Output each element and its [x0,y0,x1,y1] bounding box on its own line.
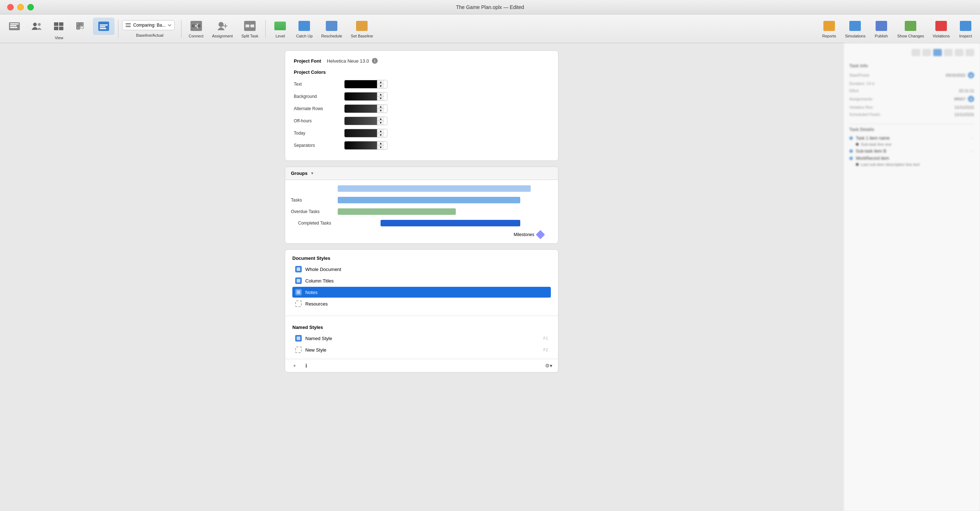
svg-rect-16 [80,26,81,27]
add-style-button[interactable]: + [291,362,298,369]
show-changes-button[interactable]: Show Changes [894,17,928,40]
reschedule-button[interactable]: Reschedule [318,17,346,40]
task-1-subitem-1: Sub-task line one [849,142,974,146]
column-titles-label: Column Titles [305,278,334,284]
minimize-button[interactable] [17,4,24,10]
inspector-row-duration: Duration: 14 d [849,81,974,86]
svg-rect-19 [80,28,81,29]
svg-rect-42 [297,290,300,294]
groups-label: Groups [291,171,307,176]
gantt-view-button[interactable] [3,17,25,35]
svg-rect-38 [251,24,254,27]
color-offhours-stepper[interactable]: ▲ ▼ [377,117,384,125]
close-button[interactable] [7,4,14,10]
baseline-actual-label: Baseline/Actual [136,33,164,37]
stepper-down[interactable]: ▼ [377,84,384,88]
color-text-row: Text ▲ ▼ [294,80,549,89]
stepper-up[interactable]: ▲ [377,80,384,84]
stepper-up-sep[interactable]: ▲ [377,141,384,145]
stepper-up-off[interactable]: ▲ [377,117,384,121]
chart-view-button[interactable] [93,17,115,35]
color-background-picker[interactable]: ▲ ▼ [344,92,387,101]
style-item-named-style[interactable]: Named Style F1 [292,333,551,344]
stepper-up-bg[interactable]: ▲ [377,92,384,97]
color-separators-stepper[interactable]: ▲ ▼ [377,141,384,149]
svg-rect-1 [10,24,19,24]
people-view-button[interactable] [26,17,48,35]
color-text-picker[interactable]: ▲ ▼ [344,80,387,89]
simulations-button[interactable]: Simulations [842,17,869,40]
set-baseline-button[interactable]: Set Baseline [347,17,377,40]
color-text-stepper[interactable]: ▲ ▼ [377,80,384,88]
color-background-stepper[interactable]: ▲ ▼ [377,92,384,100]
violations-button[interactable]: Violations [929,17,954,40]
connect-label: Connect [189,34,204,38]
reports-label: Reports [822,34,836,38]
set-baseline-icon [355,19,368,32]
color-separators-picker[interactable]: ▲ ▼ [344,141,387,150]
svg-point-33 [218,22,224,27]
violations-label: Violations [933,34,950,38]
stepper-down-off[interactable]: ▼ [377,121,384,125]
style-item-notes[interactable]: Notes [292,287,551,298]
style-info-button[interactable]: ℹ [302,362,310,369]
stepper-down-today[interactable]: ▼ [377,133,384,137]
project-font-label: Project Font [294,58,321,64]
inspector-ctrl-4 [944,49,953,56]
svg-rect-21 [83,28,84,29]
stepper-down-sep[interactable]: ▼ [377,145,384,149]
svg-rect-31 [192,24,195,27]
gear-menu-button[interactable]: ⚙▾ [545,363,552,368]
inspector-duration-label: Duration: 14 d [849,81,874,86]
inspector-panel: Task Info Start/Finish 03/15/2022 ● Dura… [843,43,980,511]
color-alternate-picker[interactable]: ▲ ▼ [344,104,387,113]
svg-rect-8 [54,27,58,30]
font-info-icon[interactable]: i [372,58,378,64]
inspect-button[interactable]: Inspect [955,17,977,40]
svg-rect-32 [198,24,200,27]
reports-icon [822,19,836,32]
catch-up-label: Catch Up [296,34,312,38]
grid-view-button[interactable] [48,17,70,35]
stepper-up-today[interactable]: ▲ [377,129,384,133]
svg-rect-18 [83,26,84,27]
assignment-button[interactable]: Assignment [208,17,236,40]
inspector-badge-2: ● [968,96,974,102]
split-task-button[interactable]: Split Task [238,17,262,40]
publish-button[interactable]: Publish [870,17,892,40]
stepper-down-bg[interactable]: ▼ [377,97,384,100]
connect-button[interactable]: Connect [185,17,207,40]
reports-button[interactable]: Reports [818,17,840,40]
style-item-new-style[interactable]: New Style F2 [292,344,551,355]
color-alternate-stepper[interactable]: ▲ ▼ [377,105,384,113]
color-today-picker[interactable]: ▲ ▼ [344,129,387,138]
svg-rect-20 [82,29,83,29]
style-item-column-titles[interactable]: Column Titles [292,275,551,286]
catch-up-button[interactable]: Catch Up [292,17,316,40]
assignment-icon [216,19,229,32]
groups-dropdown-icon[interactable]: ▼ [310,171,314,175]
inspector-violation-value: 11/11/2121 [955,105,974,110]
gantt-completed-bar-area [338,219,552,227]
project-font-value: Helvetica Neue 13.0 [327,58,369,64]
color-offhours-picker[interactable]: ▲ ▼ [344,117,387,125]
stepper-down-alt[interactable]: ▼ [377,109,384,113]
show-changes-icon [904,19,917,32]
color-offhours-row: Off-hours ▲ ▼ [294,117,549,125]
level-button[interactable]: Level [269,17,291,40]
qr-view-button[interactable] [70,17,92,35]
separator-2 [181,20,181,38]
style-item-resources[interactable]: Resources [292,298,551,309]
level-icon [274,19,286,32]
style-item-whole-document[interactable]: Whole Document [292,264,551,275]
inspector-row-effort: Effort 22:11:11 [849,89,974,93]
toolbar: View Comparing: Ba... Baseline/Actual [0,14,980,43]
color-today-stepper[interactable]: ▲ ▼ [377,129,384,137]
inspector-scheduled-label: Scheduled Finish: [849,112,881,117]
maximize-button[interactable] [27,4,34,10]
connect-icon [190,19,203,32]
baseline-dropdown[interactable]: Comparing: Ba... [122,20,175,30]
named-style-shortcut: F1 [543,336,548,340]
stepper-up-alt[interactable]: ▲ [377,105,384,109]
separator-1 [118,20,118,38]
